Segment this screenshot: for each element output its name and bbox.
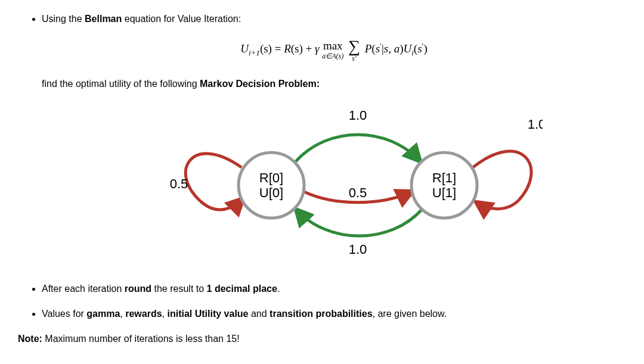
mdp-diagram: 0.5 1.0 0.5 1.0 1.0 R[0] U[0] <box>42 102 626 267</box>
bellman-equation: Ui+1(s) = R(s) + γ maxa∈A(s) ∑s′ P(s′|s,… <box>42 38 626 62</box>
text: and <box>249 309 270 319</box>
label-top: 1.0 <box>349 108 367 123</box>
arc-top-green <box>296 135 420 161</box>
eq-arg: (s) = <box>260 42 284 55</box>
bullet-bellman: Using the Bellman equation for Value Ite… <box>42 12 626 267</box>
text: equation for Value Iteration: <box>122 14 241 24</box>
label-left: 0.5 <box>170 176 188 191</box>
eq-sum: ∑s′ <box>348 38 360 62</box>
mdp-svg: 0.5 1.0 0.5 1.0 1.0 R[0] U[0] <box>125 102 543 263</box>
label-right: 1.0 <box>528 117 543 132</box>
bold-mdp: Markov Decision Problem: <box>200 79 320 89</box>
eq-U2: U <box>403 42 411 55</box>
eq-max: maxa∈A(s) <box>322 40 343 60</box>
eq-s: s <box>376 42 380 55</box>
eq-U: U <box>240 42 249 55</box>
note-bold: Note: <box>18 334 42 344</box>
text: After each iteration <box>42 284 125 294</box>
eq-sa: s, a <box>384 42 400 55</box>
note-line: Note: Maximum number of iterations is le… <box>18 332 626 346</box>
text: the result to <box>151 284 207 294</box>
text: , are given below. <box>373 309 447 319</box>
bold-utility: initial Utility value <box>167 309 248 319</box>
text: . <box>277 284 280 294</box>
eq-U2-close: ) <box>423 42 427 55</box>
text: find the optimal utility of the followin… <box>42 79 200 89</box>
arc-bottom-green <box>296 209 422 236</box>
eq-sigma-sub: s′ <box>348 55 360 62</box>
eq-R: R <box>284 42 291 55</box>
text: , <box>120 309 125 319</box>
eq-sigma: ∑ <box>348 38 360 55</box>
bold-transition: transition probabilities <box>270 309 372 319</box>
state-0-utility: U[0] <box>259 185 283 200</box>
bold-decimal: 1 decimal place <box>207 284 277 294</box>
eq-sub: i+1 <box>249 48 260 57</box>
bold-round: round <box>125 284 151 294</box>
state-1-utility: U[1] <box>432 185 456 200</box>
bold-rewards: rewards <box>125 309 162 319</box>
eq-gamma: γ <box>315 42 322 55</box>
eq-P: P <box>362 42 371 55</box>
label-bottom: 1.0 <box>349 242 367 257</box>
bullet-values: Values for gamma, rewards, initial Utili… <box>42 307 626 321</box>
text: Using the <box>42 14 85 24</box>
eq-max-sub: a∈A(s) <box>322 52 343 60</box>
state-0-reward: R[0] <box>259 170 283 185</box>
eq-max-word: max <box>322 40 343 52</box>
bullet-round: After each iteration round the result to… <box>42 282 626 296</box>
eq-s2: s <box>417 42 422 55</box>
bold-bellman: Bellman <box>85 14 122 24</box>
note-text: Maximum number of iterations is less tha… <box>42 334 240 344</box>
eq-R-arg: (s) + <box>291 42 315 55</box>
bold-gamma: gamma <box>86 309 120 319</box>
self-loop-left <box>185 154 243 210</box>
text: Values for <box>42 309 86 319</box>
state-1-reward: R[1] <box>432 170 456 185</box>
label-mid: 0.5 <box>349 185 367 200</box>
self-loop-right <box>473 151 531 209</box>
line-mdp: find the optimal utility of the followin… <box>42 77 626 91</box>
